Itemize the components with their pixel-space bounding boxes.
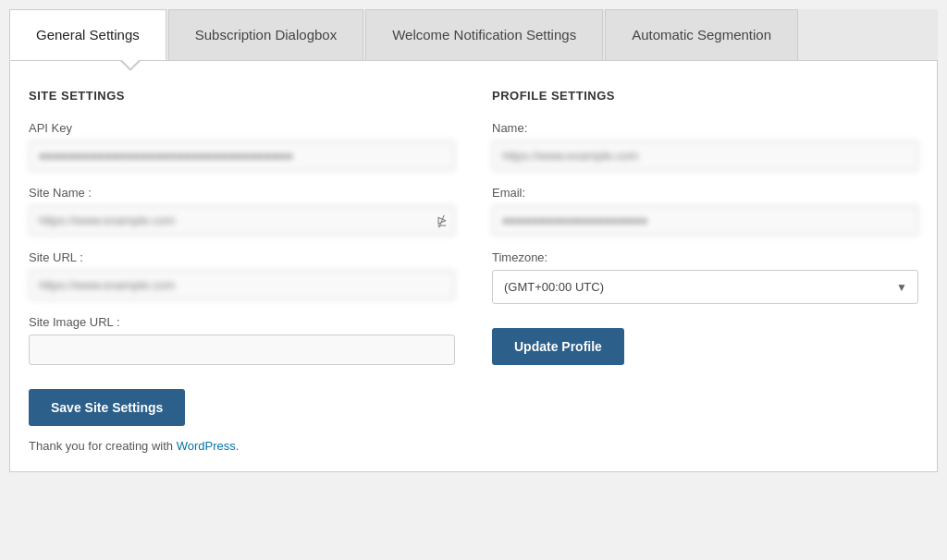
footer-static-text: Thank you for creating with (29, 439, 177, 453)
profile-email-input[interactable] (492, 205, 918, 236)
site-url-input[interactable] (29, 270, 455, 300)
site-settings-title: SITE SETTINGS (29, 89, 455, 103)
tab-general-settings-label: General Settings (36, 27, 140, 43)
grid-icon: ⋭ (437, 213, 448, 228)
timezone-select[interactable]: (GMT+00:00 UTC) (GMT-05:00 EST) (GMT-08:… (492, 270, 918, 304)
timezone-group: Timezone: (GMT+00:00 UTC) (GMT-05:00 EST… (492, 250, 918, 304)
timezone-select-wrapper: (GMT+00:00 UTC) (GMT-05:00 EST) (GMT-08:… (492, 270, 918, 304)
two-column-layout: SITE SETTINGS API Key Site Name : ⋭ (29, 89, 918, 426)
site-name-group: Site Name : ⋭ (29, 186, 455, 236)
tabs-bar: General Settings Subscription Dialogbox … (9, 9, 938, 60)
profile-email-group: Email: (492, 186, 918, 236)
update-profile-button[interactable]: Update Profile (492, 328, 624, 365)
site-name-input[interactable] (29, 205, 455, 236)
profile-email-label: Email: (492, 186, 918, 200)
timezone-label: Timezone: (492, 250, 918, 264)
page-wrapper: General Settings Subscription Dialogbox … (0, 0, 947, 481)
profile-settings-panel: PROFILE SETTINGS Name: Email: Timezone: (492, 89, 918, 426)
tab-arrow (119, 60, 141, 71)
site-settings-panel: SITE SETTINGS API Key Site Name : ⋭ (29, 89, 455, 426)
content-area: SITE SETTINGS API Key Site Name : ⋭ (9, 60, 938, 472)
site-url-group: Site URL : (29, 250, 455, 300)
footer-text: Thank you for creating with WordPress. (29, 439, 918, 453)
api-key-input[interactable] (29, 140, 455, 171)
api-key-group: API Key (29, 121, 455, 171)
site-image-url-group: Site Image URL : (29, 315, 455, 365)
site-name-wrapper: ⋭ (29, 205, 455, 236)
tab-welcome-notification[interactable]: Welcome Notification Settings (365, 9, 603, 60)
tab-automatic-segmention-label: Automatic Segmention (632, 27, 771, 43)
tab-automatic-segmention[interactable]: Automatic Segmention (605, 9, 798, 60)
site-image-url-input[interactable] (29, 335, 455, 365)
api-key-label: API Key (29, 121, 455, 135)
tab-subscription-dialogbox[interactable]: Subscription Dialogbox (168, 9, 363, 60)
site-url-label: Site URL : (29, 250, 455, 264)
site-name-label: Site Name : (29, 186, 455, 200)
profile-name-group: Name: (492, 121, 918, 171)
save-site-settings-button[interactable]: Save Site Settings (29, 389, 185, 426)
profile-settings-title: PROFILE SETTINGS (492, 89, 918, 103)
site-name-icon-button[interactable]: ⋭ (437, 213, 448, 228)
profile-name-label: Name: (492, 121, 918, 135)
tab-subscription-dialogbox-label: Subscription Dialogbox (195, 27, 337, 43)
site-image-url-label: Site Image URL : (29, 315, 455, 329)
wordpress-link[interactable]: WordPress (177, 439, 236, 453)
profile-name-input[interactable] (492, 140, 918, 171)
tab-welcome-notification-label: Welcome Notification Settings (392, 27, 576, 43)
tab-general-settings[interactable]: General Settings (9, 9, 166, 60)
